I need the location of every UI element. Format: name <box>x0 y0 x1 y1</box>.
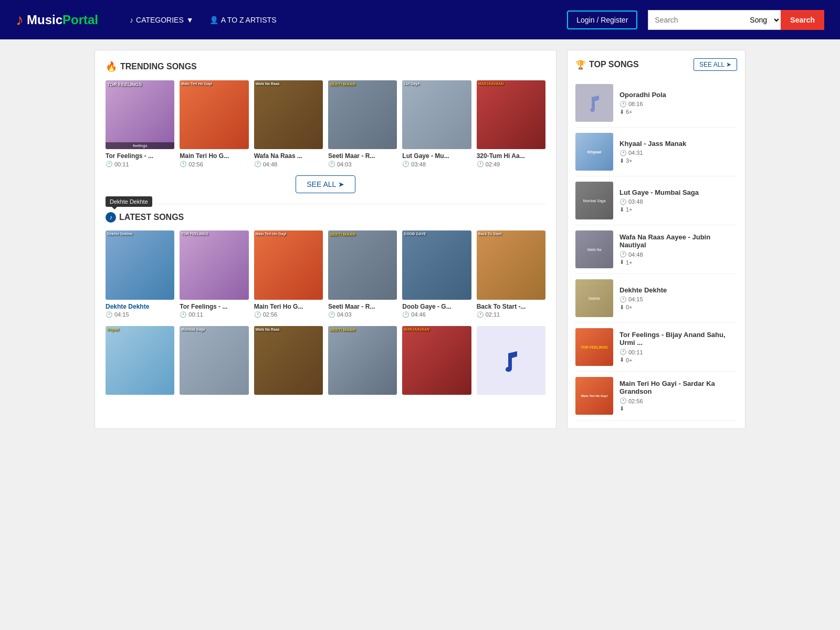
song-title: Tor Feelings - ... <box>106 152 174 160</box>
latest-icon: ♪ <box>106 212 116 223</box>
latest-songs-row2: Khyaal Mumbai Saga Wafa Na Raas SEETI MA… <box>106 326 545 399</box>
song-duration: 🕐 04:03 <box>328 161 397 167</box>
login-register-button[interactable]: Login / Register <box>567 10 637 29</box>
song-duration: 🕐 02:11 <box>477 311 545 318</box>
song-title: Main Teri Ho G... <box>254 303 323 310</box>
top-songs-title: 🏆 TOP SONGS <box>575 60 639 70</box>
song-thumbnail: Main Teri Ho Gayi <box>575 377 613 415</box>
song-thumbnail: TOR FEELINGS <box>180 230 248 299</box>
song-duration: 🕐 04:48 <box>254 161 323 167</box>
song-duration: 🕐 03:48 <box>402 161 471 167</box>
song-thumbnail: SEETI MAAR <box>328 326 397 395</box>
song-title: Main Teri Ho G... <box>180 152 248 160</box>
latest-song-1[interactable]: Dekhte Dekhte Dekhte Dekhte 🕐 04:15 <box>106 230 174 318</box>
top-song-7[interactable]: Main Teri Ho Gayi Main Teri Ho Gayi - Sa… <box>575 372 737 421</box>
flame-icon: 🔥 <box>106 61 117 72</box>
song-downloads: ⬇ <box>620 405 737 412</box>
song-duration: 🕐 04:03 <box>328 311 397 318</box>
latest-songs-row1: Dekhte Dekhte Dekhte Dekhte 🕐 04:15 TOR … <box>106 230 545 318</box>
song-thumbnail: SEETI MAAR <box>328 80 397 149</box>
top-song-5[interactable]: Dekhte Dekhte Dekhte 🕐 04:15 ⬇ 0+ <box>575 274 737 323</box>
song-downloads: ⬇ 6+ <box>620 109 737 116</box>
song-thumbnail: Wafa Na Raas <box>254 326 323 395</box>
song-tooltip: Dekhte Dekhte <box>106 196 152 207</box>
logo-text: MusicPortal <box>27 13 98 27</box>
song-thumbnail: TOR FEELINGS feelings <box>106 80 174 149</box>
search-bar: Song Search <box>648 10 824 30</box>
trending-song-4[interactable]: SEETI MAAR Seeti Maar - R... 🕐 04:03 <box>328 80 397 167</box>
latest-song-10[interactable]: SEETI MAAR <box>328 326 397 399</box>
trending-song-6[interactable]: MARJAAVAAN 320-Tum Hi Aa... 🕐 02:49 <box>477 80 545 167</box>
latest-song-9[interactable]: Wafa Na Raas <box>254 326 323 399</box>
song-thumbnail: Main Teri Ho Gayi <box>180 80 248 149</box>
song-downloads: ⬇ 3+ <box>620 158 737 164</box>
song-downloads: ⬇ 0+ <box>620 356 737 363</box>
song-thumbnail: Main Teri Ho Gayi <box>254 230 323 299</box>
main-content: 🔥 TRENDING SONGS TOR FEELINGS feelings T… <box>84 50 756 429</box>
latest-song-11[interactable]: MARJAAVAAN <box>402 326 471 399</box>
song-info: Dekhte Dekhte 🕐 04:15 ⬇ 0+ <box>620 286 737 311</box>
song-duration: 🕐 02:56 <box>180 161 248 167</box>
song-duration: 🕐 02:56 <box>620 397 737 404</box>
latest-song-7[interactable]: Khyaal <box>106 326 174 399</box>
song-title: Dekhte Dekhte <box>106 303 174 310</box>
song-duration: 🕐 04:15 <box>106 311 174 318</box>
song-title: Doob Gaye - G... <box>402 303 471 310</box>
latest-song-2[interactable]: TOR FEELINGS Tor Feelings - ... 🕐 00:11 <box>180 230 248 318</box>
song-duration: 🕐 08:16 <box>620 101 737 108</box>
song-thumbnail: Khyaal <box>106 326 174 395</box>
song-thumbnail: Dekhte Dekhte <box>106 230 174 299</box>
latest-song-4[interactable]: SEETI MAAR Seeti Maar - R... 🕐 04:03 <box>328 230 397 318</box>
song-thumbnail: MARJAAVAAN <box>402 326 471 395</box>
song-thumbnail: Dekhte <box>575 279 613 317</box>
person-icon: 👤 <box>209 16 218 24</box>
trending-see-all-button[interactable]: SEE ALL ➤ <box>296 175 355 193</box>
trending-song-1[interactable]: TOR FEELINGS feelings Tor Feelings - ...… <box>106 80 174 167</box>
latest-song-6[interactable]: Back To Start Back To Start -... 🕐 02:11 <box>477 230 545 318</box>
song-duration: 🕐 04:31 <box>620 150 737 156</box>
song-thumbnail <box>575 84 613 122</box>
song-name: Oporadhi Pola <box>620 91 737 99</box>
search-input[interactable] <box>648 10 742 30</box>
song-title: Lut Gaye - Mu... <box>402 152 471 160</box>
song-thumbnail: MARJAAVAAN <box>477 80 545 149</box>
song-duration: 🕐 04:48 <box>620 251 737 258</box>
trending-song-2[interactable]: Main Teri Ho Gayi Main Teri Ho G... 🕐 02… <box>180 80 248 167</box>
search-button[interactable]: Search <box>781 10 824 30</box>
top-songs-header: 🏆 TOP SONGS SEE ALL ➤ <box>575 58 737 71</box>
song-thumbnail: Mumbai Saga <box>180 326 248 395</box>
song-downloads: ⬇ 1+ <box>620 259 737 266</box>
latest-song-8[interactable]: Mumbai Saga <box>180 326 248 399</box>
song-downloads: ⬇ 0+ <box>620 304 737 311</box>
song-name: Wafa Na Raas Aayee - Jubin Nautiyal <box>620 233 737 249</box>
trending-song-5[interactable]: Lut Gaye Lut Gaye - Mu... 🕐 03:48 <box>402 80 471 167</box>
song-thumbnail <box>477 326 545 395</box>
song-thumbnail: TOR FEELINGS <box>575 328 613 366</box>
trending-song-3[interactable]: Wafa Na Raas Wafa Na Raas ... 🕐 04:48 <box>254 80 323 167</box>
top-song-6[interactable]: TOR FEELINGS Tor Feelings - Bijay Anand … <box>575 323 737 372</box>
song-title: Back To Start -... <box>477 303 545 310</box>
song-title: 320-Tum Hi Aa... <box>477 152 545 160</box>
top-song-1[interactable]: Oporadhi Pola 🕐 08:16 ⬇ 6+ <box>575 79 737 128</box>
song-duration: 🕐 04:46 <box>402 311 471 318</box>
song-name: Tor Feelings - Bijay Anand Sahu, Urmi ..… <box>620 331 737 346</box>
top-song-2[interactable]: Khyaal Khyaal - Jass Manak 🕐 04:31 ⬇ 3+ <box>575 128 737 176</box>
latest-song-5[interactable]: DOOB GAYE Doob Gaye - G... 🕐 04:46 <box>402 230 471 318</box>
trophy-icon: 🏆 <box>575 60 586 70</box>
top-song-3[interactable]: Mumbai Saga Lut Gaye - Mumbai Saga 🕐 03:… <box>575 176 737 225</box>
latest-song-12[interactable] <box>477 326 545 399</box>
nav-artists[interactable]: 👤 A TO Z ARTISTS <box>209 16 277 24</box>
song-info: Khyaal - Jass Manak 🕐 04:31 ⬇ 3+ <box>620 140 737 164</box>
main-nav: ♪ CATEGORIES ▼ 👤 A TO Z ARTISTS <box>130 16 556 24</box>
search-type-select[interactable]: Song <box>742 10 781 30</box>
logo[interactable]: ♪ MusicPortal <box>16 11 98 29</box>
latest-song-3[interactable]: Main Teri Ho Gayi Main Teri Ho G... 🕐 02… <box>254 230 323 318</box>
song-thumbnail: Khyaal <box>575 133 613 171</box>
song-downloads: ⬇ 1+ <box>620 206 737 213</box>
song-title: Seeti Maar - R... <box>328 303 397 310</box>
top-song-4[interactable]: Wafa Na Wafa Na Raas Aayee - Jubin Nauti… <box>575 225 737 274</box>
song-name: Main Teri Ho Gayi - Sardar Ka Grandson <box>620 380 737 395</box>
top-songs-see-all-button[interactable]: SEE ALL ➤ <box>694 58 737 71</box>
nav-categories[interactable]: ♪ CATEGORIES ▼ <box>130 16 194 24</box>
song-thumbnail: SEETI MAAR <box>328 230 397 299</box>
